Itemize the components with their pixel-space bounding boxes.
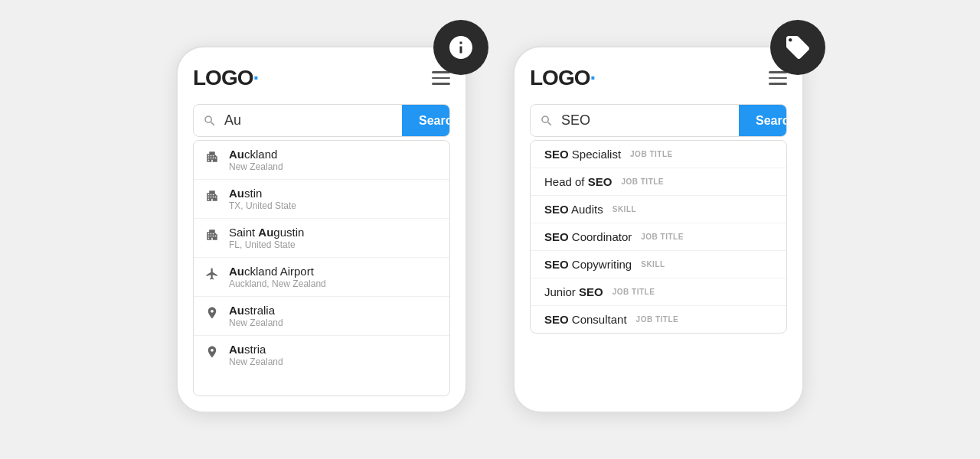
- list-item[interactable]: SEO Copywriting SKILL: [531, 251, 786, 278]
- info-icon: [447, 34, 475, 61]
- list-item[interactable]: Australia New Zealand: [194, 297, 449, 336]
- building-icon: [204, 149, 220, 164]
- left-search-icon: [203, 114, 217, 128]
- page-wrapper: LOGO· Search: [0, 0, 980, 459]
- right-search-bar: Search: [530, 104, 787, 137]
- list-item[interactable]: Saint Augustin FL, United State: [194, 219, 449, 258]
- right-search-icon-wrap: [531, 114, 561, 128]
- location-pin-icon: [204, 344, 220, 360]
- list-item[interactable]: Austria New Zealand: [194, 336, 449, 374]
- list-item[interactable]: Head of SEO JOB TITLE: [531, 168, 786, 196]
- left-logo: LOGO·: [193, 66, 258, 90]
- right-phone-header: LOGO·: [530, 66, 787, 90]
- right-search-button[interactable]: Search: [739, 105, 787, 136]
- location-pin-icon: [204, 305, 220, 321]
- list-item[interactable]: Austin TX, United State: [194, 180, 449, 219]
- left-search-icon-wrap: [194, 114, 224, 128]
- right-logo: LOGO·: [530, 66, 595, 90]
- plane-icon: [204, 266, 220, 282]
- list-item[interactable]: SEO Consultant JOB TITLE: [531, 306, 786, 333]
- right-search-icon: [540, 114, 554, 128]
- info-badge: [433, 20, 488, 75]
- left-search-input[interactable]: [224, 105, 402, 136]
- right-phone-inner: LOGO· Search: [514, 47, 802, 412]
- left-phone-mockup: LOGO· Search: [176, 46, 467, 413]
- left-hamburger-menu[interactable]: [432, 71, 450, 85]
- right-phone-mockup: LOGO· Search: [513, 46, 804, 413]
- tag-badge: [770, 20, 825, 75]
- left-dropdown: Auckland New Zealand Austin TX, United S…: [193, 140, 450, 396]
- list-item[interactable]: Auckland New Zealand: [194, 141, 449, 180]
- left-search-bar: Search: [193, 104, 450, 137]
- list-item[interactable]: SEO Specialist JOB TITLE: [531, 141, 786, 168]
- tag-icon: [784, 34, 812, 61]
- list-item[interactable]: SEO Coordinator JOB TITLE: [531, 223, 786, 251]
- right-dropdown: SEO Specialist JOB TITLE Head of SEO JOB…: [530, 140, 787, 334]
- left-search-button[interactable]: Search: [402, 105, 450, 136]
- list-item[interactable]: SEO Audits SKILL: [531, 196, 786, 223]
- left-phone-header: LOGO·: [193, 66, 450, 90]
- building-icon: [204, 227, 220, 243]
- right-hamburger-menu[interactable]: [769, 71, 787, 85]
- building-icon: [204, 188, 220, 203]
- left-phone-inner: LOGO· Search: [178, 47, 466, 412]
- right-search-input[interactable]: [561, 105, 739, 136]
- list-item[interactable]: Auckland Airport Auckland, New Zealand: [194, 258, 449, 297]
- list-item[interactable]: Junior SEO JOB TITLE: [531, 278, 786, 306]
